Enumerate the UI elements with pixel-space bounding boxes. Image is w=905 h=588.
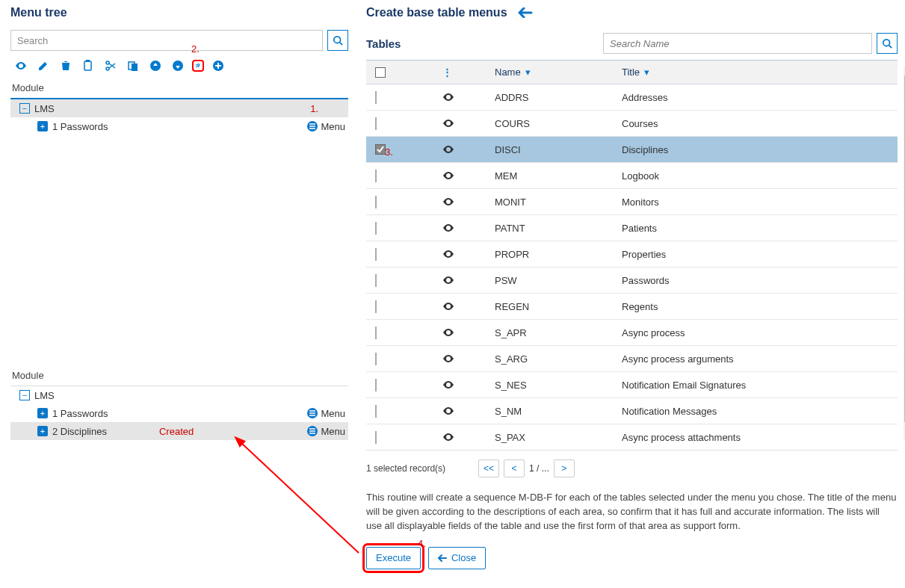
create-base-table-title: Create base table menus [366, 6, 507, 19]
search-icon [882, 38, 892, 49]
col-name[interactable]: Name [495, 66, 521, 78]
row-checkbox[interactable] [375, 91, 377, 104]
eye-icon[interactable] [442, 381, 495, 389]
eye-icon[interactable] [442, 355, 495, 362]
eye-icon[interactable] [442, 198, 495, 205]
eye-icon[interactable] [442, 93, 495, 101]
tree-node-lms-2[interactable]: − LMS [10, 386, 348, 404]
eye-icon[interactable] [442, 407, 495, 415]
arrow-left-icon [438, 554, 447, 562]
table-row[interactable]: MEMLogbook [366, 163, 898, 189]
eye-icon[interactable] [15, 60, 27, 72]
tables-search-button[interactable] [877, 33, 898, 54]
tree-node-disciplines[interactable]: + 2 Disciplines Created Menu [10, 422, 348, 440]
tree-node-lms[interactable]: − LMS 1. [10, 99, 348, 117]
cell-title: Async process [622, 327, 898, 338]
row-checkbox[interactable] [375, 117, 377, 130]
table-row[interactable]: S_PAXAsync process attachments [366, 424, 898, 451]
eye-icon[interactable] [442, 224, 495, 232]
tree-node-passwords[interactable]: + 1 Passwords Menu [10, 117, 348, 135]
table-row[interactable]: DISCIDisciplines [366, 137, 898, 163]
collapse-icon[interactable]: − [19, 390, 30, 400]
eye-icon[interactable] [442, 433, 495, 441]
menu-tree-title: Menu tree [10, 6, 348, 19]
cell-name: MONIT [495, 196, 622, 208]
collapse-icon[interactable]: − [19, 103, 30, 114]
add-circle-icon[interactable] [212, 60, 224, 72]
paste-icon[interactable] [127, 60, 139, 72]
row-checkbox[interactable] [375, 170, 377, 182]
expand-icon[interactable]: + [37, 408, 48, 418]
col-title[interactable]: Title [622, 66, 640, 78]
row-checkbox[interactable] [375, 353, 377, 365]
row-checkbox[interactable] [375, 300, 377, 313]
row-checkbox[interactable] [375, 405, 377, 418]
table-row[interactable]: COURSCourses [366, 111, 898, 137]
row-checkbox[interactable] [375, 379, 377, 392]
menu-tree-search-input[interactable] [10, 30, 323, 51]
table-row[interactable]: S_NESNotification Email Signatures [366, 372, 898, 398]
table-row[interactable]: S_NMNotification Messages [366, 398, 898, 424]
table-header-row: ⋮ Name▾ Title▾ [366, 61, 898, 84]
back-arrow-icon[interactable] [518, 7, 533, 18]
scissors-icon[interactable] [105, 60, 117, 72]
created-label: Created [159, 426, 194, 437]
pencil-icon[interactable] [37, 60, 49, 72]
eye-icon[interactable] [442, 276, 495, 284]
clipboard-icon[interactable] [82, 60, 94, 72]
cell-name: PATNT [495, 223, 622, 234]
sort-icon[interactable]: ▾ [525, 66, 531, 78]
execute-button[interactable]: Execute [366, 547, 421, 569]
table-row[interactable]: S_ARGAsync process arguments [366, 346, 898, 372]
tables-search-input[interactable] [603, 33, 872, 54]
table-row[interactable]: PATNTPatients [366, 215, 898, 241]
eye-icon[interactable] [442, 120, 495, 127]
table-row[interactable]: REGENRegents [366, 294, 898, 320]
tree-node-passwords-2[interactable]: + 1 Passwords Menu [10, 404, 348, 422]
cell-name: S_NM [495, 406, 622, 417]
column-menu-icon[interactable]: ⋮ [442, 66, 452, 78]
arrow-down-circle-icon[interactable] [172, 60, 184, 72]
row-checkbox[interactable] [375, 196, 377, 208]
cell-title: Logbook [622, 170, 898, 182]
svg-point-4 [106, 61, 109, 64]
row-checkbox[interactable] [375, 222, 377, 235]
eye-icon[interactable] [442, 250, 495, 258]
eye-icon[interactable] [442, 172, 495, 179]
cell-title: Patients [622, 223, 898, 234]
row-checkbox[interactable] [375, 144, 386, 155]
module-header-1: Module [10, 79, 348, 99]
menu-badge: Menu [307, 121, 345, 132]
cell-name: S_APR [495, 327, 622, 338]
menu-tree-search-button[interactable] [327, 30, 348, 51]
svg-line-1 [340, 43, 343, 46]
row-checkbox[interactable] [375, 327, 377, 339]
expand-icon[interactable]: + [37, 426, 48, 436]
close-button[interactable]: Close [428, 547, 486, 569]
eye-icon[interactable] [442, 146, 495, 153]
table-row[interactable]: PSWPasswords [366, 267, 898, 294]
table-row[interactable]: S_APRAsync process [366, 320, 898, 346]
pager-next[interactable]: > [554, 459, 575, 477]
cell-name: DISCI [495, 144, 622, 155]
table-row[interactable]: PROPRProperties [366, 241, 898, 267]
tree-node-label: LMS [34, 390, 55, 401]
menu-badge: Menu [307, 426, 345, 437]
tree-node-label: 2 Disciplines [52, 426, 107, 437]
pager-prev[interactable]: < [504, 459, 525, 477]
table-row[interactable]: ADDRSAddresses [366, 84, 898, 111]
eye-icon[interactable] [442, 329, 495, 336]
arrow-up-circle-icon[interactable] [149, 60, 161, 72]
sort-icon[interactable]: ▾ [644, 66, 649, 78]
menu-disk-icon [307, 426, 318, 436]
row-checkbox[interactable] [375, 274, 377, 287]
row-checkbox[interactable] [375, 431, 377, 444]
eye-icon[interactable] [442, 303, 495, 310]
table-row[interactable]: MONITMonitors [366, 189, 898, 215]
select-all-checkbox[interactable] [375, 67, 386, 78]
expand-icon[interactable]: + [37, 121, 48, 131]
row-checkbox[interactable] [375, 248, 377, 261]
add-multiple-icon[interactable] [192, 60, 204, 72]
pager-first[interactable]: << [478, 459, 499, 477]
trash-icon[interactable] [60, 60, 72, 72]
